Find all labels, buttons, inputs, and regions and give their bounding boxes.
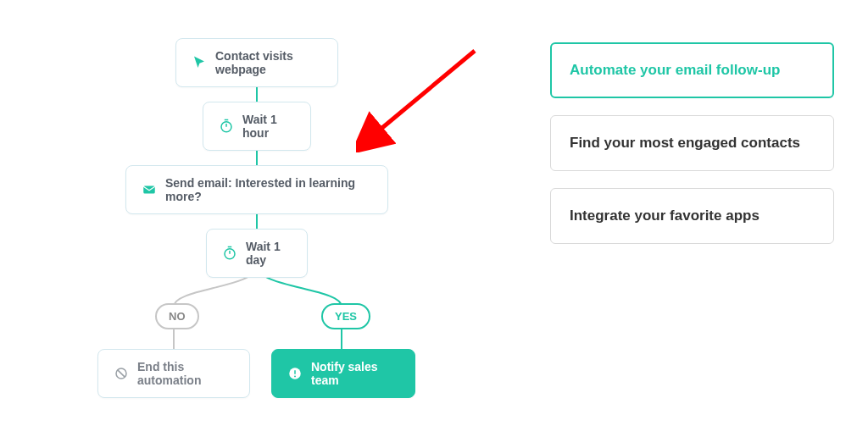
stopwatch-icon: [222, 246, 237, 261]
workflow-node-label: Wait 1 hour: [242, 113, 295, 140]
workflow-node-label: End this automation: [137, 360, 234, 387]
option-label: Automate your email follow-up: [570, 62, 780, 78]
workflow-node-label: Wait 1 day: [246, 240, 292, 267]
svg-point-16: [294, 375, 296, 377]
option-label: Integrate your favorite apps: [570, 207, 760, 224]
branch-label-yes[interactable]: YES: [321, 303, 370, 329]
svg-line-13: [118, 370, 125, 377]
envelope-icon: [142, 182, 157, 197]
workflow-node-notify-sales[interactable]: Notify sales team: [271, 349, 415, 398]
workflow-diagram[interactable]: Contact visits webpage Wait 1 hour Send …: [0, 0, 517, 437]
workflow-node-wait-1h[interactable]: Wait 1 hour: [203, 102, 311, 151]
workflow-node-label: Notify sales team: [311, 360, 399, 387]
cursor-icon: [192, 55, 207, 70]
alert-icon: [287, 366, 303, 381]
option-automate-followup[interactable]: Automate your email follow-up: [550, 42, 834, 98]
prohibit-icon: [114, 366, 129, 381]
svg-line-17: [373, 51, 475, 136]
workflow-node-end-automation[interactable]: End this automation: [97, 349, 250, 398]
svg-rect-8: [143, 186, 155, 194]
workflow-node-label: Send email: Interested in learning more?: [165, 176, 372, 203]
option-find-engaged[interactable]: Find your most engaged contacts: [550, 115, 834, 171]
branch-label-no[interactable]: NO: [155, 303, 199, 329]
feature-options-list: Automate your email follow-up Find your …: [550, 42, 834, 244]
workflow-node-send-email[interactable]: Send email: Interested in learning more?: [125, 165, 388, 214]
option-integrate-apps[interactable]: Integrate your favorite apps: [550, 188, 834, 244]
workflow-node-start[interactable]: Contact visits webpage: [175, 38, 338, 87]
stopwatch-icon: [219, 119, 234, 134]
annotation-arrow-icon: [356, 42, 492, 152]
workflow-node-label: Contact visits webpage: [215, 49, 322, 76]
option-label: Find your most engaged contacts: [570, 135, 800, 151]
workflow-node-wait-1d[interactable]: Wait 1 day: [206, 229, 308, 278]
